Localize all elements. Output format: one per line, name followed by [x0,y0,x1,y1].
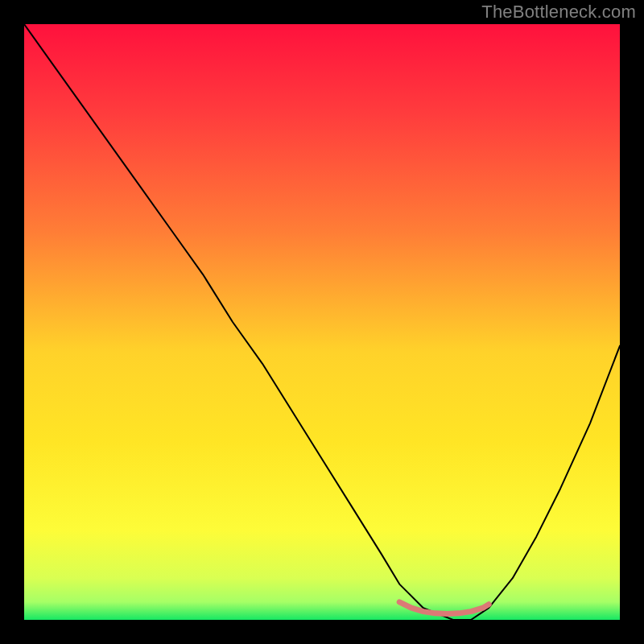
bottleneck-chart [0,0,644,644]
chart-container: { "watermark": "TheBottleneck.com", "cha… [0,0,644,644]
watermark-text: TheBottleneck.com [481,2,636,23]
gradient-background [24,24,620,620]
